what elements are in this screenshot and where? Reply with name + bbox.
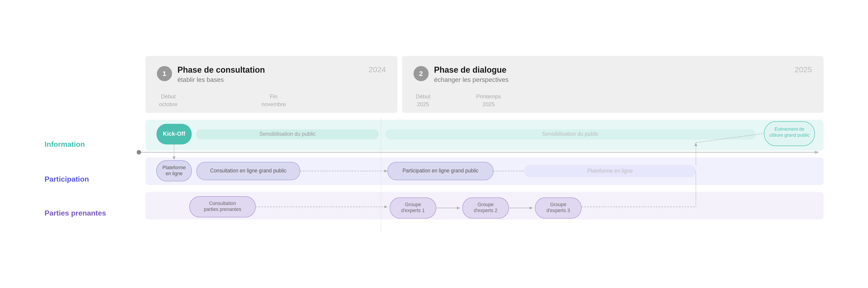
- phase-2-card: 2 Phase de dialogue échanger les perspec…: [402, 56, 824, 113]
- groupe1-line2: d'experts 1: [401, 207, 425, 213]
- label-parties-prenantes: Parties prenantes: [45, 197, 146, 230]
- label-participation: Participation: [45, 162, 146, 197]
- phase-2-number: 2: [413, 66, 429, 81]
- consultation-ligne-label: Consultation en ligne grand public: [210, 168, 286, 173]
- phase-2-year: 2025: [795, 65, 812, 74]
- phase-1-card: 1 Phase de consultation établir les base…: [146, 56, 398, 113]
- phase-1-title: Phase de consultation: [178, 65, 369, 75]
- diagram-canvas: Kick-Off Sensibilisation du public Sensi…: [146, 117, 824, 232]
- phase-2-subtitle: échanger les perspectives: [434, 76, 795, 83]
- timeline-arrow: [815, 151, 819, 154]
- evenement-line2: clôture grand public: [769, 132, 810, 137]
- phase-2-marker-2: Printemps2025: [476, 93, 501, 108]
- timeline-start-dot: [136, 150, 141, 154]
- consultation-pp-line1: Consultation: [209, 200, 236, 206]
- evenement-line1: Évènement de: [775, 126, 804, 132]
- sensibilisation-1-label: Sensibilisation du public: [259, 131, 315, 137]
- sensibilisation-2-label: Sensibilisation du public: [542, 131, 598, 137]
- phase-2-title: Phase de dialogue: [434, 65, 795, 75]
- phase-1-year: 2024: [369, 65, 386, 74]
- groupe2-line1: Groupe: [477, 201, 493, 207]
- phase-1-number: 1: [157, 66, 172, 81]
- phase-1-marker-2: Finnovembre: [261, 93, 286, 108]
- plateforme-line2: en ligne: [165, 170, 182, 176]
- phase-1-subtitle: établir les bases: [178, 76, 369, 83]
- consultation-pp-line2: parties prenantes: [204, 206, 241, 212]
- diagram-area: Information Participation Parties prenan…: [45, 117, 824, 232]
- row-labels: Information Participation Parties prenan…: [45, 117, 146, 232]
- diagram-svg: Kick-Off Sensibilisation du public Sensi…: [146, 117, 824, 232]
- phases-header: 1 Phase de consultation établir les base…: [146, 56, 824, 113]
- kickoff-label: Kick-Off: [163, 130, 185, 137]
- groupe3-line2: d'experts 3: [546, 207, 570, 213]
- label-information: Information: [45, 126, 146, 162]
- groupe2-line2: d'experts 2: [474, 207, 497, 213]
- plateforme-line1: Plateforme: [162, 165, 186, 170]
- groupe1-line1: Groupe: [405, 201, 421, 207]
- page-container: 1 Phase de consultation établir les base…: [26, 42, 842, 246]
- phase-1-marker-1: Débutoctobre: [159, 93, 178, 108]
- phase-2-marker-1: Début2025: [416, 93, 430, 108]
- groupe3-line1: Groupe: [550, 201, 566, 207]
- plateforme-ligne-label: Plateforme en ligne: [587, 168, 633, 174]
- participation-ligne-label: Participation en ligne grand public: [402, 168, 478, 173]
